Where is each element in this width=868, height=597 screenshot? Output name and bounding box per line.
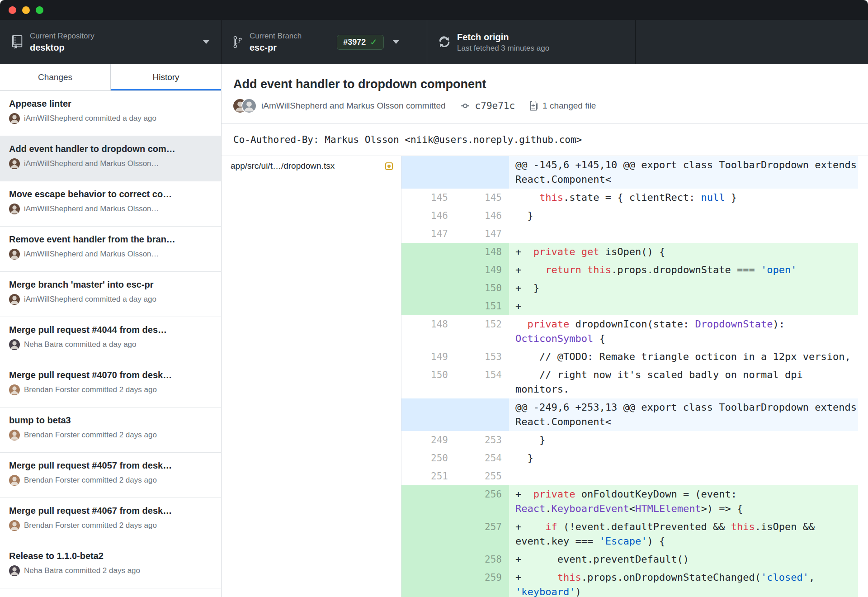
commit-row[interactable]: Release to 1.1.0-beta2Neha Batra committ…: [0, 543, 221, 588]
file-list: app/src/ui/t…/dropdown.tsx: [222, 156, 401, 597]
commit-meta-text: Brendan Forster committed 2 days ago: [24, 521, 157, 530]
commit-row[interactable]: Add event handler to dropdown com…iAmWil…: [0, 136, 221, 181]
new-line-number: 145: [455, 189, 509, 207]
code-line: this.state = { clientRect: null }: [509, 189, 858, 207]
new-line-number: 254: [455, 449, 509, 467]
commit-title: Merge pull request #4044 from des…: [9, 324, 212, 335]
diff-row: 147147​: [401, 225, 858, 243]
code-line: + private onFoldoutKeyDown = (event: Rea…: [509, 485, 858, 518]
new-line-number: 151: [455, 297, 509, 315]
avatar: [9, 294, 20, 305]
repository-dropdown[interactable]: Current Repository desktop: [0, 20, 222, 64]
new-line-number: 146: [455, 207, 509, 225]
new-line-number: 257: [455, 518, 509, 550]
old-line-number: [401, 518, 455, 550]
commit-sha: c79e71c: [475, 100, 515, 111]
check-icon: ✓: [370, 38, 377, 46]
git-branch-icon: [233, 35, 242, 49]
diff-row: 256+ private onFoldoutKeyDown = (event: …: [401, 485, 858, 518]
new-line-number: 256: [455, 485, 509, 518]
new-line-number: 259: [455, 569, 509, 597]
old-line-number: 250: [401, 449, 455, 467]
code-line: }: [509, 431, 858, 449]
commit-row[interactable]: Merge pull request #4072 from des…Brenda…: [0, 588, 221, 597]
avatar: [9, 249, 20, 260]
code-line: // right now it's scaled badly on normal…: [509, 366, 858, 398]
commit-row[interactable]: Merge branch 'master' into esc-priAmWill…: [0, 272, 221, 317]
diff-row: 150+ }: [401, 279, 858, 297]
commit-meta: iAmWillShepherd committed a day ago: [9, 294, 212, 305]
commit-meta: Neha Batra committed a day ago: [9, 339, 212, 350]
avatar: [9, 384, 20, 395]
old-line-number: 149: [401, 348, 455, 366]
commit-list: Appease linteriAmWillShepherd committed …: [0, 91, 221, 597]
commit-row[interactable]: bump to beta3Brendan Forster committed 2…: [0, 407, 221, 453]
changed-files-count: 1 changed file: [542, 101, 596, 111]
tab-label: Changes: [38, 72, 72, 82]
commit-row[interactable]: Remove event handler from the bran…iAmWi…: [0, 227, 221, 272]
pr-badge: #3972 ✓: [337, 35, 384, 50]
commit-meta-text: Neha Batra committed 2 days ago: [24, 566, 140, 575]
commit-row[interactable]: Merge pull request #4044 from des…Neha B…: [0, 317, 221, 362]
close-button[interactable]: [9, 6, 16, 14]
commit-title: Merge pull request #4067 from desk…: [9, 505, 212, 516]
zoom-button[interactable]: [36, 6, 43, 14]
modified-icon: [385, 162, 393, 170]
commit-meta: iAmWillShepherd and Markus Olsson…: [9, 204, 212, 214]
chevron-down-icon: [393, 40, 399, 44]
old-line-number: 148: [401, 315, 455, 348]
new-line-number: 258: [455, 550, 509, 569]
commit-row[interactable]: Merge pull request #4057 from desk…Brend…: [0, 453, 221, 498]
diff-row: 249253 }: [401, 431, 858, 449]
minimize-button[interactable]: [22, 6, 30, 14]
hunk-header: @@ -145,6 +145,10 @@ export class Toolba…: [401, 156, 858, 189]
sync-icon: [439, 35, 450, 49]
commit-title: Merge pull request #4070 from desk…: [9, 370, 212, 380]
commit-meta: Brendan Forster committed 2 days ago: [9, 430, 212, 441]
commit-meta: iAmWillShepherd and Markus Olsson commit…: [233, 99, 856, 123]
commit-title-heading: Add event handler to dropdown component: [233, 77, 856, 91]
avatar: [9, 339, 20, 350]
fetch-origin-button[interactable]: Fetch origin Last fetched 3 minutes ago: [427, 20, 636, 64]
code-line: @@ -145,6 +145,10 @@ export class Toolba…: [509, 156, 858, 189]
old-line-number: 249: [401, 431, 455, 449]
old-line-number: [401, 398, 455, 431]
repository-name: desktop: [30, 42, 94, 53]
commit-row[interactable]: Appease linteriAmWillShepherd committed …: [0, 91, 221, 136]
commit-meta-text: iAmWillShepherd and Markus Olsson…: [24, 204, 159, 213]
code-line: }: [509, 207, 858, 225]
code-line: + this.props.onDropdownStateChanged('clo…: [509, 569, 858, 597]
diff-row: 149+ return this.props.dropdownState ===…: [401, 261, 858, 279]
diff-row: 146146 }: [401, 207, 858, 225]
tab-label: History: [152, 72, 179, 82]
code-line: ​: [509, 225, 858, 243]
commit-row[interactable]: Merge pull request #4070 from desk…Brend…: [0, 362, 221, 407]
code-line: @@ -249,6 +253,13 @@ export class Toolba…: [509, 398, 858, 431]
code-line: + return this.props.dropdownState === 'o…: [509, 261, 858, 279]
branch-dropdown[interactable]: Current Branch esc-pr #3972 ✓: [222, 20, 427, 64]
diff-view: @@ -145,6 +145,10 @@ export class Toolba…: [401, 156, 858, 597]
diff-row: 148152 private dropdownIcon(state: Dropd…: [401, 315, 858, 348]
code-line: + private get isOpen() {: [509, 243, 858, 261]
avatar: [242, 99, 256, 113]
file-item[interactable]: app/src/ui/t…/dropdown.tsx: [222, 156, 401, 176]
tab-changes[interactable]: Changes: [0, 64, 111, 90]
diff-row: 150154 // right now it's scaled badly on…: [401, 366, 858, 398]
code-line: private dropdownIcon(state: DropdownStat…: [509, 315, 858, 348]
file-path: app/src/ui/t…/dropdown.tsx: [231, 161, 335, 171]
commit-row[interactable]: Merge pull request #4067 from desk…Brend…: [0, 498, 221, 543]
code-line: // @TODO: Remake triangle octicon in a 1…: [509, 348, 858, 366]
commit-meta-text: Neha Batra committed a day ago: [24, 340, 137, 349]
fetch-subtitle: Last fetched 3 minutes ago: [457, 43, 549, 53]
tab-history[interactable]: History: [111, 64, 221, 90]
toolbar: Current Repository desktop Current Branc…: [0, 20, 868, 64]
new-line-number: 253: [455, 431, 509, 449]
commit-title: Merge pull request #4057 from desk…: [9, 460, 212, 471]
avatar: [9, 565, 20, 576]
commit-row[interactable]: Move escape behavior to correct co…iAmWi…: [0, 181, 221, 227]
new-line-number: 149: [455, 261, 509, 279]
diff-row: 145145 this.state = { clientRect: null }: [401, 189, 858, 207]
commit-meta-text: iAmWillShepherd and Markus Olsson…: [24, 159, 159, 168]
avatar: [9, 430, 20, 441]
commit-meta: iAmWillShepherd and Markus Olsson…: [9, 249, 212, 260]
